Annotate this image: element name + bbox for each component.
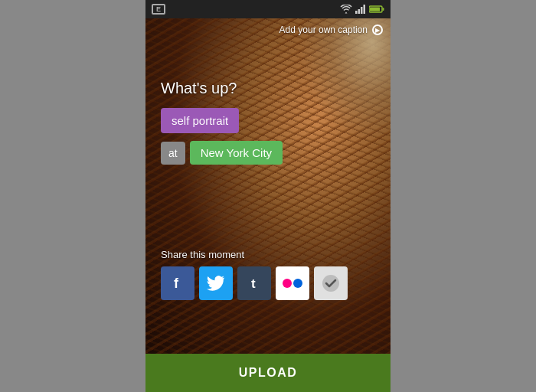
checkmark-icon — [321, 273, 341, 293]
svg-point-10 — [293, 279, 302, 288]
checkin-share-button[interactable] — [314, 266, 348, 300]
share-section: Share this moment f t — [145, 241, 391, 308]
facebook-icon: f — [169, 275, 186, 292]
self-portrait-tag[interactable]: self portrait — [161, 108, 239, 133]
svg-rect-0 — [355, 11, 358, 14]
upload-label: UPLOAD — [239, 366, 298, 380]
caption-bar[interactable]: Add your own caption ▶ — [272, 18, 391, 41]
facebook-share-button[interactable]: f — [161, 266, 194, 300]
caption-text: Add your own caption — [279, 24, 368, 35]
phone-frame: E — [145, 0, 391, 392]
twitter-share-button[interactable] — [199, 266, 233, 300]
tag-location-row: at New York City — [161, 141, 283, 165]
flickr-icon — [281, 278, 304, 289]
battery-icon — [369, 5, 384, 13]
status-icons — [340, 5, 384, 14]
tumblr-share-button[interactable]: t — [237, 266, 271, 300]
svg-rect-2 — [361, 7, 363, 14]
e-icon: E — [152, 4, 165, 15]
tag-self-portrait-row: self portrait — [161, 108, 283, 133]
svg-point-9 — [283, 279, 292, 288]
svg-rect-3 — [364, 5, 366, 14]
tumblr-icon: t — [246, 275, 263, 292]
share-buttons: f t — [161, 266, 375, 300]
photo-area: Add your own caption ▶ What's up? self p… — [145, 18, 391, 354]
svg-point-11 — [322, 275, 339, 292]
flickr-share-button[interactable] — [276, 266, 309, 300]
signal-icon — [355, 5, 366, 14]
wifi-icon — [340, 5, 352, 14]
whats-up-text: What's up? — [161, 80, 283, 97]
svg-rect-6 — [383, 8, 384, 11]
location-tag[interactable]: New York City — [190, 141, 283, 165]
upload-button[interactable]: UPLOAD — [145, 354, 391, 392]
status-bar: E — [145, 0, 391, 18]
play-icon: ▶ — [372, 24, 383, 35]
twitter-icon — [207, 276, 225, 291]
svg-text:t: t — [251, 276, 256, 291]
share-label: Share this moment — [161, 249, 375, 260]
at-tag: at — [161, 142, 185, 165]
e-label: E — [156, 5, 161, 13]
content-overlay: What's up? self portrait at New York Cit… — [161, 80, 283, 165]
svg-rect-5 — [370, 8, 380, 11]
svg-rect-1 — [358, 9, 361, 14]
svg-text:f: f — [174, 276, 179, 291]
